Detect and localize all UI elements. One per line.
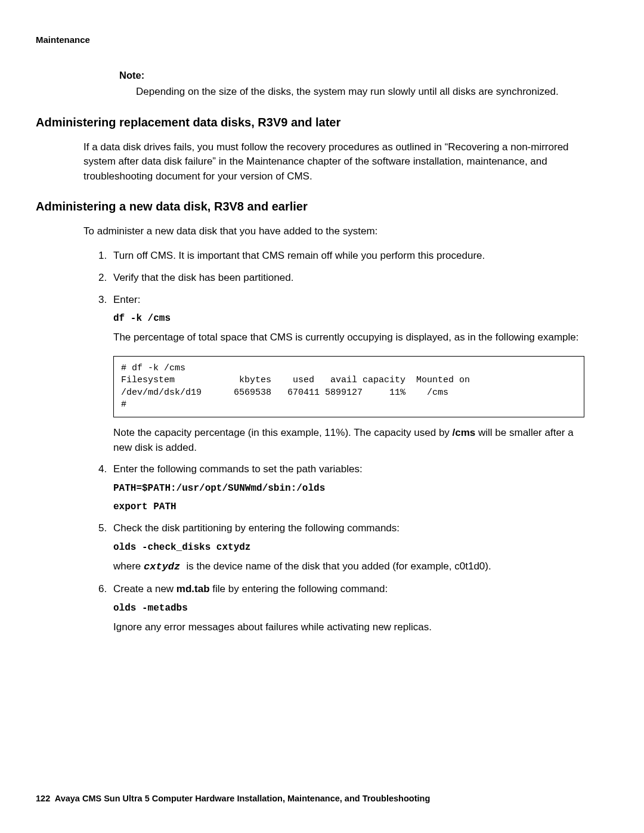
section2-intro: To administer a new data disk that you h…	[83, 224, 584, 239]
footer: 122 Avaya CMS Sun Ultra 5 Computer Hardw…	[36, 794, 430, 803]
step-4-lead: Enter the following commands to set the …	[113, 463, 363, 475]
running-header: Maintenance	[36, 35, 608, 45]
step-3-cmd: df -k /cms	[113, 312, 584, 326]
step-3-codebox: # df -k /cms Filesystem kbytes used avai…	[113, 356, 584, 417]
step-3-note-cms: /cms	[453, 427, 476, 438]
step-6-lead-file: md.tab	[177, 583, 210, 594]
page: Maintenance Note: Depending on the size …	[0, 0, 644, 833]
step-3-after: The percentage of total space that CMS i…	[113, 330, 584, 345]
step-2-text: Verify that the disk has been partitione…	[113, 272, 293, 283]
footer-title: Avaya CMS Sun Ultra 5 Computer Hardware …	[55, 794, 431, 803]
step-5-lead: Check the disk partitioning by entering …	[113, 522, 400, 534]
step-5: Check the disk partitioning by entering …	[110, 521, 584, 574]
page-number: 122	[36, 794, 50, 803]
step-1: Turn off CMS. It is important that CMS r…	[110, 249, 584, 264]
step-6-cmd: olds -metadbs	[113, 602, 584, 615]
step-6: Create a new md.tab file by entering the…	[110, 582, 584, 634]
note-label: Note:	[119, 70, 608, 81]
step-5-where-b: is the device name of the disk that you …	[186, 561, 491, 572]
step-4-cmd1: PATH=$PATH:/usr/opt/SUNWmd/sbin:/olds	[113, 482, 584, 496]
step-1-text: Turn off CMS. It is important that CMS r…	[113, 250, 485, 261]
step-6-after: Ignore any error messages about failures…	[113, 620, 584, 635]
step-3: Enter: df -k /cms The percentage of tota…	[110, 293, 584, 456]
note-body: Depending on the size of the disks, the …	[136, 85, 584, 99]
step-5-cmd: olds -check_disks cxtydz	[113, 541, 584, 555]
step-4-cmd2: export PATH	[113, 500, 584, 514]
step-6-lead-a: Create a new	[113, 583, 177, 594]
step-5-where-dev: cxtydz	[144, 561, 186, 572]
step-2: Verify that the disk has been partitione…	[110, 271, 584, 286]
step-5-where: where cxtydz is the device name of the d…	[113, 559, 584, 575]
step-3-note-a: Note the capacity percentage (in this ex…	[113, 427, 453, 438]
step-5-where-a: where	[113, 561, 144, 572]
steps-list: Turn off CMS. It is important that CMS r…	[94, 249, 584, 634]
step-3-note: Note the capacity percentage (in this ex…	[113, 426, 584, 455]
section1-title: Administering replacement data disks, R3…	[36, 116, 608, 129]
step-3-lead: Enter:	[113, 294, 140, 305]
section1-body: If a data disk drives fails, you must fo…	[83, 140, 584, 184]
section2-title: Administering a new data disk, R3V8 and …	[36, 200, 608, 213]
step-6-lead-b: file by entering the following command:	[210, 583, 388, 594]
step-4: Enter the following commands to set the …	[110, 462, 584, 514]
